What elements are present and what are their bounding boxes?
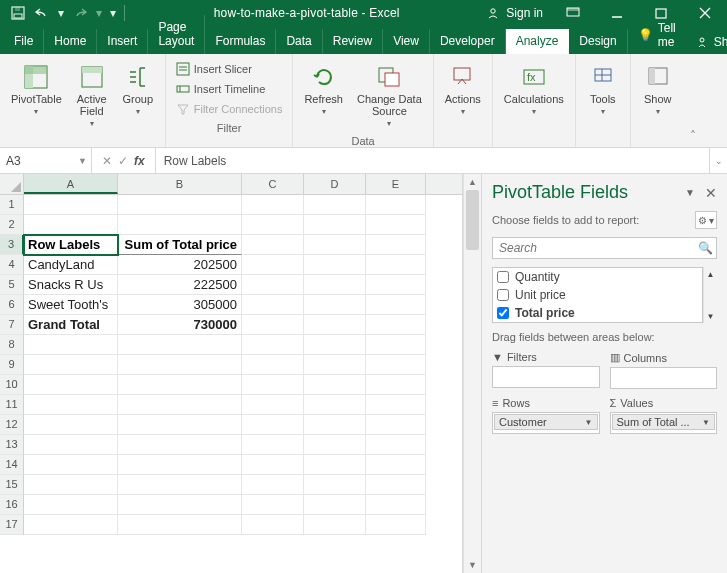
tools-button[interactable]: Tools ▾ xyxy=(582,58,624,121)
column-header-B[interactable]: B xyxy=(118,174,242,194)
close-pane-icon[interactable]: ✕ xyxy=(705,185,717,201)
row-header[interactable]: 17 xyxy=(0,515,24,535)
field-checkbox[interactable] xyxy=(497,307,509,319)
cell[interactable] xyxy=(366,455,426,475)
signin-link[interactable]: Sign in xyxy=(506,6,543,20)
cell[interactable] xyxy=(366,375,426,395)
values-pill[interactable]: Sum of Total ...▼ xyxy=(612,414,716,430)
cell[interactable] xyxy=(366,515,426,535)
cell[interactable] xyxy=(304,415,366,435)
cell[interactable] xyxy=(304,295,366,315)
row-header[interactable]: 2 xyxy=(0,215,24,235)
cell[interactable] xyxy=(304,275,366,295)
cell[interactable] xyxy=(24,195,118,215)
field-item[interactable]: Total price xyxy=(493,304,702,322)
cell[interactable] xyxy=(366,495,426,515)
cell[interactable] xyxy=(24,375,118,395)
cell[interactable] xyxy=(24,415,118,435)
cell[interactable] xyxy=(242,315,304,335)
tell-me[interactable]: 💡 Tell me xyxy=(628,16,686,54)
cell[interactable]: 730000 xyxy=(118,315,242,335)
qat-customize-icon[interactable]: ▾ xyxy=(108,3,118,23)
cell[interactable] xyxy=(24,475,118,495)
row-header[interactable]: 8 xyxy=(0,335,24,355)
cell[interactable] xyxy=(242,395,304,415)
cell[interactable] xyxy=(366,335,426,355)
field-checkbox[interactable] xyxy=(497,289,509,301)
fx-icon[interactable]: fx xyxy=(134,154,145,168)
row-header[interactable]: 6 xyxy=(0,295,24,315)
gear-icon[interactable]: ⚙ ▾ xyxy=(695,211,717,229)
cell[interactable] xyxy=(366,395,426,415)
cell[interactable] xyxy=(304,355,366,375)
search-input[interactable] xyxy=(493,238,694,258)
cell[interactable] xyxy=(118,515,242,535)
cell[interactable] xyxy=(118,455,242,475)
cell[interactable]: 202500 xyxy=(118,255,242,275)
cell[interactable] xyxy=(24,455,118,475)
pane-menu-icon[interactable]: ▼ xyxy=(685,187,695,198)
cell[interactable] xyxy=(366,415,426,435)
cell[interactable] xyxy=(24,355,118,375)
undo-icon[interactable] xyxy=(32,3,52,23)
cell[interactable] xyxy=(304,435,366,455)
cell[interactable] xyxy=(366,275,426,295)
active-field-button[interactable]: Active Field ▾ xyxy=(71,58,113,133)
cell[interactable] xyxy=(304,375,366,395)
scroll-up-icon[interactable]: ▲ xyxy=(464,174,481,190)
cell[interactable] xyxy=(24,395,118,415)
cell[interactable] xyxy=(242,295,304,315)
tab-analyze[interactable]: Analyze xyxy=(506,29,570,54)
row-header[interactable]: 10 xyxy=(0,375,24,395)
cell[interactable] xyxy=(242,235,304,255)
tab-page-layout[interactable]: Page Layout xyxy=(148,15,205,54)
select-all-corner[interactable] xyxy=(0,174,24,194)
fieldlist-scrollbar[interactable]: ▲▼ xyxy=(703,267,717,323)
row-header[interactable]: 7 xyxy=(0,315,24,335)
cell[interactable]: Snacks R Us xyxy=(24,275,118,295)
rows-area[interactable]: ≡Rows Customer▼ xyxy=(492,397,600,434)
tab-data[interactable]: Data xyxy=(276,29,322,54)
cell[interactable] xyxy=(304,235,366,255)
actions-button[interactable]: Actions ▾ xyxy=(440,58,486,121)
cell[interactable] xyxy=(242,355,304,375)
field-item[interactable]: Quantity xyxy=(493,268,702,286)
row-header[interactable]: 4 xyxy=(0,255,24,275)
values-area[interactable]: ΣValues Sum of Total ...▼ xyxy=(610,397,718,434)
cell[interactable] xyxy=(304,255,366,275)
tab-home[interactable]: Home xyxy=(44,29,97,54)
cell[interactable] xyxy=(366,195,426,215)
tab-formulas[interactable]: Formulas xyxy=(205,29,276,54)
cell[interactable] xyxy=(242,215,304,235)
tab-view[interactable]: View xyxy=(383,29,430,54)
cell[interactable] xyxy=(366,435,426,455)
vertical-scrollbar[interactable]: ▲ ▼ xyxy=(463,174,481,573)
cell[interactable]: 305000 xyxy=(118,295,242,315)
scroll-down-icon[interactable]: ▼ xyxy=(464,557,481,573)
cell[interactable]: Row Labels▼ xyxy=(24,235,118,255)
cell[interactable] xyxy=(304,315,366,335)
rows-pill[interactable]: Customer▼ xyxy=(494,414,598,430)
cell[interactable] xyxy=(242,475,304,495)
cell[interactable] xyxy=(242,275,304,295)
cell[interactable] xyxy=(118,375,242,395)
columns-area[interactable]: ▥Columns xyxy=(610,351,718,389)
save-icon[interactable] xyxy=(8,3,28,23)
cell[interactable] xyxy=(304,215,366,235)
collapse-ribbon-icon[interactable]: ˄ xyxy=(685,54,701,147)
group-button[interactable]: Group ▾ xyxy=(117,58,159,121)
tab-insert[interactable]: Insert xyxy=(97,29,148,54)
formula-input[interactable]: Row Labels xyxy=(156,148,709,173)
tab-developer[interactable]: Developer xyxy=(430,29,506,54)
tab-file[interactable]: File xyxy=(4,29,44,54)
row-header[interactable]: 15 xyxy=(0,475,24,495)
row-header[interactable]: 12 xyxy=(0,415,24,435)
redo-dropdown-icon[interactable]: ▾ xyxy=(94,3,104,23)
row-header[interactable]: 13 xyxy=(0,435,24,455)
cell[interactable] xyxy=(118,415,242,435)
insert-slicer-button[interactable]: Insert Slicer xyxy=(174,60,285,78)
column-header-D[interactable]: D xyxy=(304,174,366,194)
tab-review[interactable]: Review xyxy=(323,29,383,54)
row-header[interactable]: 3 xyxy=(0,235,24,255)
change-data-source-button[interactable]: Change Data Source ▾ xyxy=(352,58,427,133)
